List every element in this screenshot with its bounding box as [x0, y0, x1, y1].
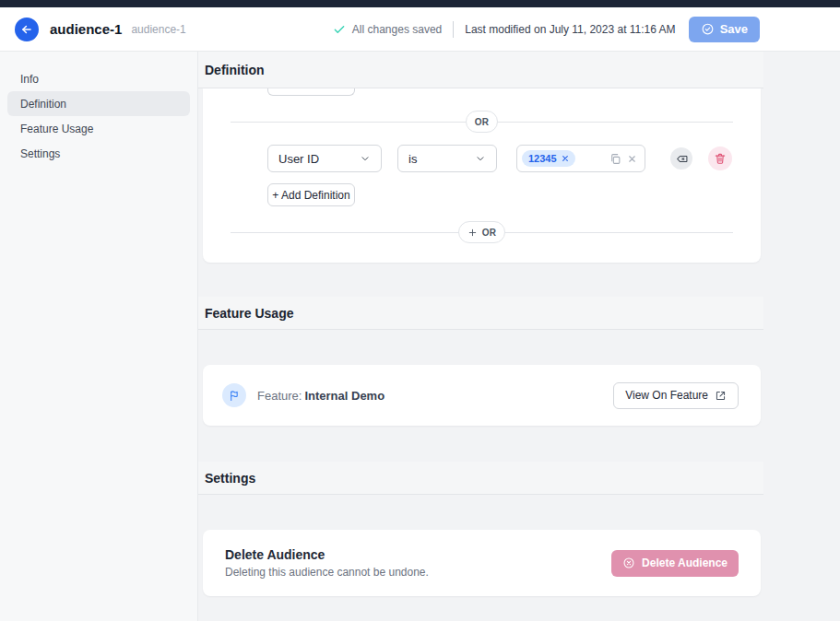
back-button[interactable]	[15, 18, 39, 41]
page-title: audience-1	[50, 21, 122, 37]
definition-row: User ID is 12345	[267, 145, 761, 172]
delete-row-button[interactable]	[708, 146, 732, 170]
clear-tags-button[interactable]	[627, 154, 637, 164]
page-layout: Info Definition Feature Usage Settings D…	[0, 52, 840, 621]
autosave-status: All changes saved	[333, 23, 442, 36]
add-or-button[interactable]: OR	[458, 221, 506, 243]
feature-label: Feature:Internal Demo	[257, 389, 385, 403]
settings-section-title: Settings	[205, 471, 255, 486]
feature-usage-section-header: Feature Usage	[198, 297, 763, 330]
close-icon	[627, 154, 637, 164]
clear-row-button[interactable]	[670, 147, 692, 170]
last-modified-label: Last modified on July 11, 2023 at 11:16 …	[465, 23, 675, 36]
delete-audience-title: Delete Audience	[225, 547, 429, 562]
clipboard-icon	[609, 153, 621, 165]
save-button[interactable]: Save	[689, 17, 760, 42]
feature-usage-section-title: Feature Usage	[205, 306, 293, 321]
sidebar-item-settings[interactable]: Settings	[7, 141, 190, 166]
operator-select[interactable]: is	[397, 145, 497, 172]
app-header: audience-1 audience-1 All changes saved …	[0, 7, 840, 52]
save-button-label: Save	[720, 22, 748, 36]
delete-audience-button-label: Delete Audience	[642, 557, 728, 569]
content-column: Definition OR User ID	[198, 52, 763, 596]
field-select[interactable]: User ID	[267, 145, 382, 172]
feature-name: Internal Demo	[304, 389, 385, 403]
delete-audience-button[interactable]: Delete Audience	[611, 550, 739, 577]
chevron-down-icon	[475, 153, 486, 164]
sidebar: Info Definition Feature Usage Settings	[0, 52, 198, 621]
view-on-feature-button[interactable]: View On Feature	[613, 382, 739, 409]
partial-add-definition-button[interactable]	[267, 88, 355, 96]
arrow-left-icon	[20, 23, 33, 36]
flag-icon-circle	[222, 383, 246, 407]
main-area: Definition OR User ID	[198, 52, 840, 621]
flag-icon	[229, 390, 241, 402]
backspace-icon	[676, 153, 688, 165]
circled-x-icon	[622, 557, 635, 569]
tag-chip-label: 12345	[528, 153, 557, 164]
feature-usage-card: Feature:Internal Demo View On Feature	[203, 365, 761, 426]
delete-audience-card: Delete Audience Deleting this audience c…	[203, 530, 761, 596]
external-link-icon	[715, 390, 727, 402]
section-gap	[198, 330, 763, 365]
add-or-label: OR	[482, 228, 497, 238]
add-definition-button[interactable]: + Add Definition	[267, 183, 355, 206]
field-select-value: User ID	[278, 152, 319, 166]
definition-card: OR User ID is	[203, 88, 761, 263]
settings-section-header: Settings	[198, 462, 763, 495]
section-gap	[198, 426, 763, 462]
operator-select-value: is	[408, 152, 417, 166]
definition-section-header: Definition	[198, 52, 763, 88]
page-subtitle: audience-1	[131, 23, 185, 36]
section-gap	[198, 495, 763, 530]
or-pill: OR	[466, 111, 499, 133]
or-label: OR	[475, 117, 490, 127]
section-gap	[198, 263, 763, 297]
top-accent-bar	[0, 0, 840, 7]
chevron-down-icon	[360, 153, 371, 164]
remove-tag-icon[interactable]	[562, 155, 569, 162]
add-or-divider: OR	[231, 221, 733, 243]
view-on-feature-label: View On Feature	[625, 389, 708, 402]
sidebar-item-feature-usage[interactable]: Feature Usage	[7, 116, 190, 141]
header-left: audience-1 audience-1	[15, 18, 186, 41]
trash-icon	[714, 152, 727, 165]
or-divider: OR	[231, 111, 733, 133]
tag-chip: 12345	[522, 150, 575, 167]
header-divider	[453, 21, 454, 38]
plus-icon	[467, 228, 478, 238]
sidebar-item-info[interactable]: Info	[7, 66, 190, 91]
delete-audience-text: Delete Audience Deleting this audience c…	[225, 547, 429, 579]
paste-from-clipboard-button[interactable]	[609, 153, 621, 165]
delete-audience-description: Deleting this audience cannot be undone.	[225, 566, 429, 579]
feature-prefix: Feature:	[257, 389, 302, 403]
header-right: All changes saved Last modified on July …	[333, 17, 760, 42]
check-icon	[333, 23, 346, 36]
autosave-status-label: All changes saved	[352, 23, 442, 36]
value-tag-input[interactable]: 12345	[516, 145, 645, 172]
definition-section-title: Definition	[205, 63, 265, 77]
sidebar-item-definition[interactable]: Definition	[7, 91, 190, 116]
circled-check-icon	[701, 22, 715, 36]
